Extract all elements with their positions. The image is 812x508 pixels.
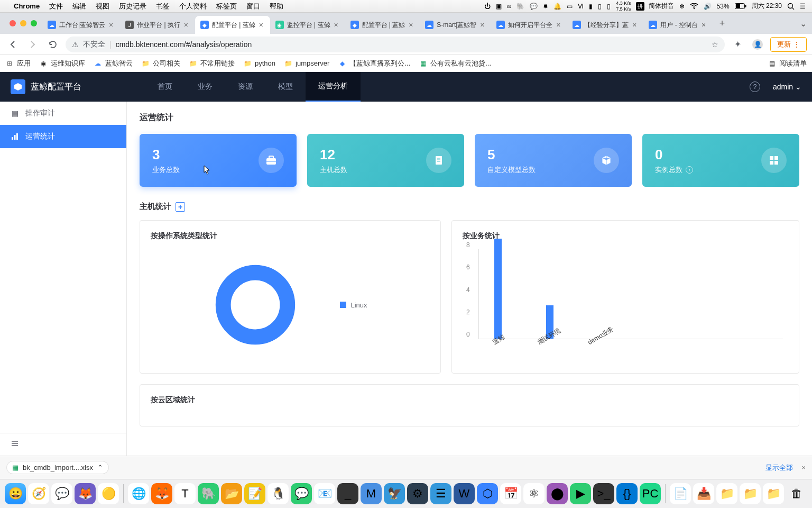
status-icon[interactable]: 🐘: [516, 3, 524, 10]
dock-app[interactable]: 🧭: [28, 483, 49, 504]
status-icon[interactable]: ▭: [567, 3, 573, 10]
bookmark-folder[interactable]: 📁python: [243, 59, 275, 68]
status-time[interactable]: 周六 22:30: [752, 2, 782, 11]
bookmark-item[interactable]: ☁蓝鲸智云: [94, 59, 133, 68]
status-battery[interactable]: 53%: [717, 3, 730, 10]
close-icon[interactable]: ×: [407, 21, 414, 29]
user-menu[interactable]: admin ⌄: [773, 83, 801, 91]
dock-finder[interactable]: 😀: [5, 483, 26, 504]
bookmark-star-icon[interactable]: ☆: [712, 40, 718, 49]
menu-window[interactable]: 窗口: [246, 2, 260, 11]
dock-app[interactable]: {}: [616, 483, 638, 504]
close-icon[interactable]: ×: [107, 21, 115, 29]
status-ime[interactable]: 拼 简体拼音: [636, 2, 673, 11]
menu-file[interactable]: 文件: [49, 2, 63, 11]
status-icon[interactable]: 💬: [530, 3, 538, 10]
browser-tab[interactable]: ◆配置平台 | 蓝鲸×: [345, 16, 420, 34]
dock-app[interactable]: _: [337, 483, 358, 504]
sidebar-item-operation-stats[interactable]: 运营统计: [0, 125, 126, 148]
status-icon[interactable]: ▯: [598, 3, 602, 10]
dock-app[interactable]: >_: [593, 483, 614, 504]
address-bar[interactable]: ⚠ 不安全 | cmdb.bktencent.com/#/analysis/op…: [66, 37, 725, 52]
add-chart-button[interactable]: +: [176, 202, 185, 212]
dock-app[interactable]: 📧: [314, 483, 335, 504]
extensions-button[interactable]: ✦: [730, 37, 745, 52]
reading-list[interactable]: ▤阅读清单: [768, 59, 807, 68]
stat-card-business[interactable]: 3 业务总数: [140, 134, 297, 187]
dock-app[interactable]: 📥: [693, 483, 714, 504]
dock-app[interactable]: 📂: [221, 483, 242, 504]
dock-trash[interactable]: 🗑: [786, 483, 807, 504]
nav-model[interactable]: 模型: [265, 72, 306, 102]
profile-button[interactable]: 👤: [750, 37, 765, 52]
browser-tab[interactable]: ☁【经验分享】蓝×: [567, 16, 643, 34]
forward-button[interactable]: [25, 37, 40, 52]
close-download-bar[interactable]: ×: [801, 464, 806, 471]
browser-tab[interactable]: ☁用户 - 控制台×: [643, 16, 713, 34]
browser-tab[interactable]: ◉监控平台 | 蓝鲸×: [270, 16, 345, 34]
browser-tab[interactable]: ☁S-mart|蓝鲸智×: [420, 16, 491, 34]
bookmark-folder[interactable]: 📁不常用链接: [189, 59, 235, 68]
apps-button[interactable]: ⊞应用: [5, 59, 31, 68]
wifi-icon[interactable]: [690, 3, 698, 10]
menu-app[interactable]: Chrome: [14, 2, 40, 10]
battery-icon[interactable]: [735, 3, 746, 9]
dock-chrome[interactable]: 🌐: [128, 483, 149, 504]
menu-tabs[interactable]: 标签页: [216, 2, 237, 11]
volume-icon[interactable]: 🔊: [704, 3, 712, 10]
dock-app[interactable]: 🦊: [151, 483, 172, 504]
dock-app[interactable]: PC: [640, 483, 661, 504]
status-icon[interactable]: Ⅵ: [578, 3, 584, 10]
dock-app[interactable]: ⬤: [547, 483, 568, 504]
chart-legend[interactable]: Linux: [340, 301, 367, 309]
close-icon[interactable]: ×: [478, 21, 486, 29]
status-icon[interactable]: ✻: [679, 3, 685, 10]
bar[interactable]: [494, 239, 502, 339]
nav-home[interactable]: 首页: [145, 72, 185, 102]
download-item[interactable]: ▦ bk_cmdb_import....xlsx ⌃: [6, 461, 109, 474]
stat-card-hosts[interactable]: 12 主机总数: [307, 134, 464, 187]
dock-app[interactable]: T: [174, 483, 196, 504]
nav-resource[interactable]: 资源: [225, 72, 265, 102]
show-all-downloads[interactable]: 显示全部: [765, 463, 793, 473]
menu-bookmarks[interactable]: 书签: [156, 2, 170, 11]
dock-app[interactable]: 🐘: [198, 483, 219, 504]
dock-app[interactable]: 📝: [244, 483, 265, 504]
nav-business[interactable]: 业务: [185, 72, 225, 102]
info-icon[interactable]: i: [686, 166, 693, 174]
dock-app[interactable]: 📄: [670, 483, 691, 504]
dock-app[interactable]: 📅: [500, 483, 521, 504]
stat-card-instances[interactable]: 0 实例总数i: [642, 134, 799, 187]
dock-app[interactable]: 🐧: [267, 483, 289, 504]
status-icon[interactable]: 🔔: [553, 3, 561, 10]
dock-app[interactable]: 📁: [716, 483, 737, 504]
bookmark-item[interactable]: ◉运维知识库: [39, 59, 85, 68]
window-close[interactable]: [10, 20, 16, 26]
window-minimize[interactable]: [20, 20, 26, 26]
dock-app[interactable]: ⬡: [477, 483, 498, 504]
browser-tab[interactable]: J作业平台 | 执行×: [120, 16, 195, 34]
reload-button[interactable]: [45, 37, 60, 52]
status-icon[interactable]: ∞: [507, 3, 512, 10]
bookmark-folder[interactable]: 📁jumpserver: [284, 59, 329, 68]
status-icon[interactable]: ▣: [496, 3, 502, 10]
dock-app[interactable]: M: [361, 483, 382, 504]
update-button[interactable]: 更新⋮: [770, 37, 807, 52]
menu-view[interactable]: 视图: [96, 2, 109, 11]
dock-app[interactable]: ⚛: [523, 483, 545, 504]
status-icon[interactable]: ⏻: [484, 3, 491, 10]
dock-app[interactable]: 📁: [763, 483, 784, 504]
dock-app[interactable]: 🦅: [384, 483, 405, 504]
close-icon[interactable]: ×: [257, 21, 265, 29]
status-battery-box[interactable]: ▯: [607, 3, 611, 10]
dock-app[interactable]: 🦊: [75, 483, 96, 504]
sidebar-collapse[interactable]: [0, 433, 126, 456]
stat-card-models[interactable]: 5 自定义模型总数: [475, 134, 632, 187]
bookmark-item[interactable]: ◆【蓝鲸直播系列公...: [338, 59, 410, 68]
nav-operation[interactable]: 运营分析: [306, 72, 361, 102]
dock-app[interactable]: 🟡: [98, 483, 119, 504]
close-icon[interactable]: ×: [182, 21, 190, 29]
bookmark-item[interactable]: ▦公有云私有云池贷...: [419, 59, 491, 68]
status-icon[interactable]: ✹: [543, 3, 548, 10]
browser-tab[interactable]: ☁如何开启平台全×: [491, 16, 567, 34]
